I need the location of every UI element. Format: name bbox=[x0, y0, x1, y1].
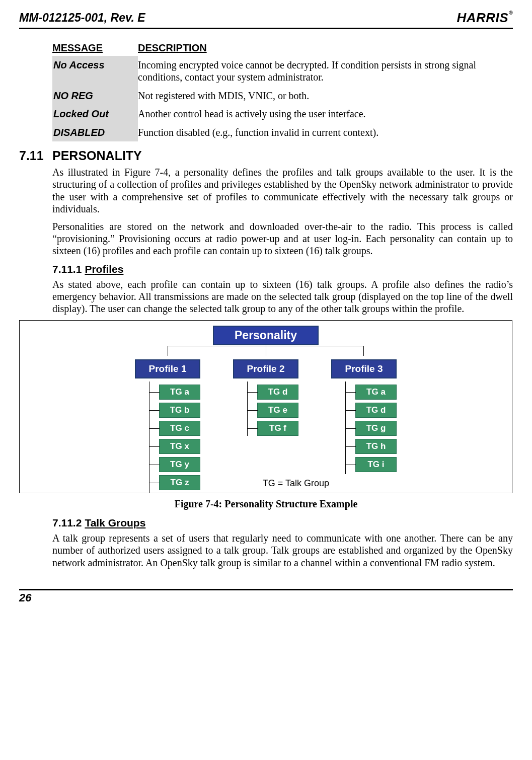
table-row: DISABLED Function disabled (e.g., functi… bbox=[52, 123, 513, 141]
page: MM-012125-001, Rev. E HARRIS® MESSAGE DE… bbox=[0, 0, 532, 615]
profile-row: Profile 1 Profile 2 Profile 3 bbox=[135, 359, 397, 378]
figure-caption: Figure 7-4: Personality Structure Exampl… bbox=[19, 498, 513, 510]
subsection-title: Profiles bbox=[85, 263, 123, 275]
para: Personalities are stored on the network … bbox=[52, 220, 513, 257]
doc-number: MM-012125-001, Rev. E bbox=[19, 11, 145, 25]
profile-2-box: Profile 2 bbox=[233, 359, 298, 378]
col-message: MESSAGE bbox=[52, 40, 138, 56]
tg-box: TG b bbox=[159, 403, 200, 418]
subsection-title: Talk Groups bbox=[85, 517, 145, 528]
tg-box: TG x bbox=[159, 439, 200, 454]
msg-cell: No Access bbox=[52, 56, 138, 87]
tg-box: TG y bbox=[159, 457, 200, 472]
table-header-row: MESSAGE DESCRIPTION bbox=[52, 40, 513, 56]
logo-text: HARRIS bbox=[457, 10, 508, 26]
tg-box: TG c bbox=[159, 421, 200, 436]
tg-box: TG d bbox=[257, 385, 298, 400]
tg-box: TG g bbox=[355, 421, 397, 436]
para: As stated above, each profile can contai… bbox=[52, 278, 513, 315]
table-row: NO REG Not registered with MDIS, VNIC, o… bbox=[52, 87, 513, 105]
section-7-11-1: 7.11.1Profiles bbox=[52, 263, 513, 275]
figure-frame: Personality Profile 1 Profile 2 Profile … bbox=[19, 320, 512, 493]
section-title: PERSONALITY bbox=[52, 148, 142, 163]
msg-cell: Locked Out bbox=[52, 105, 138, 123]
section-7-11-2: 7.11.2Talk Groups bbox=[52, 517, 513, 529]
col-profile-1: TG a TG b TG c TG x TG y TG z bbox=[135, 382, 200, 490]
tg-box: TG f bbox=[257, 421, 298, 436]
tg-columns: TG a TG b TG c TG x TG y TG z TG d TG e … bbox=[135, 382, 397, 490]
profile-1-box: Profile 1 bbox=[135, 359, 200, 378]
col-description: DESCRIPTION bbox=[138, 40, 513, 56]
para: As illustrated in Figure 7-4, a personal… bbox=[52, 166, 513, 215]
msg-cell: DISABLED bbox=[52, 123, 138, 141]
desc-cell: Incoming encrypted voice cannot be decry… bbox=[138, 56, 513, 87]
section-number: 7.11 bbox=[19, 148, 52, 163]
brand-logo: HARRIS® bbox=[457, 10, 513, 26]
col-profile-3: TG a TG d TG g TG h TG i bbox=[331, 382, 397, 490]
tg-box: TG e bbox=[257, 403, 298, 418]
tg-box: TG a bbox=[355, 385, 397, 400]
para: A talk group represents a set of users t… bbox=[52, 532, 513, 569]
subsection-number: 7.11.2 bbox=[52, 517, 82, 528]
msg-cell: NO REG bbox=[52, 87, 138, 105]
table-row: Locked Out Another control head is activ… bbox=[52, 105, 513, 123]
tg-box: TG a bbox=[159, 385, 200, 400]
tg-box: TG d bbox=[355, 403, 397, 418]
page-body: MESSAGE DESCRIPTION No Access Incoming e… bbox=[19, 40, 513, 569]
connector-lines bbox=[135, 341, 397, 356]
desc-cell: Function disabled (e.g., function invali… bbox=[138, 123, 513, 141]
col-profile-2: TG d TG e TG f bbox=[233, 382, 298, 490]
table-row: No Access Incoming encrypted voice canno… bbox=[52, 56, 513, 87]
tg-box: TG z bbox=[159, 475, 200, 490]
page-header: MM-012125-001, Rev. E HARRIS® bbox=[19, 10, 513, 29]
desc-cell: Another control head is actively using t… bbox=[138, 105, 513, 123]
page-footer: 26 bbox=[19, 589, 513, 604]
personality-diagram: Personality Profile 1 Profile 2 Profile … bbox=[135, 326, 397, 489]
registered-icon: ® bbox=[509, 10, 513, 16]
subsection-number: 7.11.1 bbox=[52, 263, 82, 275]
desc-cell: Not registered with MDIS, VNIC, or both. bbox=[138, 87, 513, 105]
section-7-11: 7.11PERSONALITY bbox=[19, 148, 513, 163]
tg-box: TG i bbox=[355, 457, 397, 472]
message-table: MESSAGE DESCRIPTION No Access Incoming e… bbox=[52, 40, 513, 141]
page-number: 26 bbox=[19, 591, 513, 604]
tg-box: TG h bbox=[355, 439, 397, 454]
profile-3-box: Profile 3 bbox=[331, 359, 397, 378]
